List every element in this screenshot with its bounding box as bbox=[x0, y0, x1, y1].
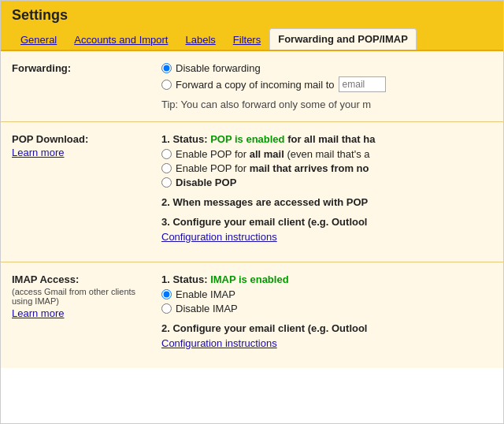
imap-title: IMAP Access: bbox=[12, 273, 79, 285]
imap-disable-radio[interactable] bbox=[161, 303, 172, 314]
pop-disable-row: Disable POP bbox=[161, 177, 492, 188]
pop-new-mail-radio[interactable] bbox=[161, 163, 172, 173]
settings-content: Forwarding: Disable forwarding Forward a… bbox=[1, 51, 503, 368]
forwarding-disable-row: Disable forwarding bbox=[161, 62, 492, 74]
imap-enable-label: Enable IMAP bbox=[176, 288, 235, 300]
settings-header: Settings General Accounts and Import Lab… bbox=[1, 1, 503, 51]
tab-forwarding[interactable]: Forwarding and POP/IMAP bbox=[269, 28, 417, 50]
tab-accounts[interactable]: Accounts and Import bbox=[65, 29, 176, 50]
imap-step2-title: 2. Configure your email client (e.g. Out… bbox=[161, 322, 492, 334]
pop-step1-title: 1. Status: POP is enabled for all mail t… bbox=[161, 133, 492, 145]
pop-learn-more-link[interactable]: Learn more bbox=[12, 147, 154, 158]
pop-disable-radio[interactable] bbox=[161, 177, 172, 188]
pop-option2-row: Enable POP for mail that arrives from no bbox=[161, 162, 492, 174]
pop-disable-label: Disable POP bbox=[176, 177, 236, 188]
tab-labels[interactable]: Labels bbox=[176, 29, 224, 50]
pop-content: 1. Status: POP is enabled for all mail t… bbox=[161, 133, 492, 251]
tab-general[interactable]: General bbox=[12, 29, 65, 50]
imap-enable-radio[interactable] bbox=[161, 289, 172, 299]
pop-title: POP Download: bbox=[12, 133, 88, 145]
pop-step2: 2. When messages are accessed with POP bbox=[161, 196, 492, 208]
forwarding-disable-radio[interactable] bbox=[161, 63, 172, 73]
forwarding-content: Disable forwarding Forward a copy of inc… bbox=[161, 62, 492, 110]
imap-label-area: IMAP Access: (access Gmail from other cl… bbox=[12, 273, 161, 357]
forwarding-email-input[interactable] bbox=[339, 76, 386, 92]
pop-config-link[interactable]: Configuration instructions bbox=[161, 231, 277, 243]
imap-sub-label: (access Gmail from other clients using I… bbox=[12, 287, 154, 306]
forwarding-disable-label: Disable forwarding bbox=[176, 62, 261, 74]
tab-filters[interactable]: Filters bbox=[224, 29, 269, 50]
forwarding-section: Forwarding: Disable forwarding Forward a… bbox=[1, 51, 503, 122]
imap-enable-row: Enable IMAP bbox=[161, 288, 492, 300]
pop-new-mail-label: Enable POP for mail that arrives from no bbox=[176, 162, 369, 174]
forwarding-tip: Tip: You can also forward only some of y… bbox=[161, 99, 492, 110]
page-title: Settings bbox=[12, 7, 492, 28]
imap-status: IMAP is enabled bbox=[210, 273, 288, 285]
pop-section: POP Download: Learn more 1. Status: POP … bbox=[1, 122, 503, 262]
forwarding-title: Forwarding: bbox=[12, 62, 71, 74]
imap-step1: 1. Status: IMAP is enabled Enable IMAP D… bbox=[161, 273, 492, 314]
nav-tabs: General Accounts and Import Labels Filte… bbox=[12, 28, 492, 50]
imap-config-link[interactable]: Configuration instructions bbox=[161, 337, 277, 349]
pop-label-area: POP Download: Learn more bbox=[12, 133, 161, 251]
imap-learn-more-link[interactable]: Learn more bbox=[12, 307, 154, 319]
settings-page: Settings General Accounts and Import Lab… bbox=[0, 0, 504, 424]
forwarding-enable-label: Forward a copy of incoming mail to bbox=[176, 79, 335, 91]
pop-step1: 1. Status: POP is enabled for all mail t… bbox=[161, 133, 492, 188]
imap-step2: 2. Configure your email client (e.g. Out… bbox=[161, 322, 492, 349]
pop-all-mail-radio[interactable] bbox=[161, 149, 172, 159]
imap-section: IMAP Access: (access Gmail from other cl… bbox=[1, 262, 503, 368]
pop-status: POP is enabled bbox=[210, 133, 284, 145]
imap-disable-label: Disable IMAP bbox=[176, 303, 238, 314]
pop-option1-row: Enable POP for all mail (even mail that'… bbox=[161, 148, 492, 160]
forwarding-enable-radio[interactable] bbox=[161, 80, 172, 90]
forwarding-enable-row: Forward a copy of incoming mail to bbox=[161, 76, 492, 92]
pop-all-mail-label: Enable POP for all mail (even mail that'… bbox=[176, 148, 370, 160]
pop-step3-title: 3. Configure your email client (e.g. Out… bbox=[161, 216, 492, 228]
imap-step1-title: 1. Status: IMAP is enabled bbox=[161, 273, 492, 285]
pop-step2-title: 2. When messages are accessed with POP bbox=[161, 196, 492, 208]
imap-disable-row: Disable IMAP bbox=[161, 303, 492, 314]
forwarding-label: Forwarding: bbox=[12, 62, 161, 110]
imap-content: 1. Status: IMAP is enabled Enable IMAP D… bbox=[161, 273, 492, 357]
pop-step3: 3. Configure your email client (e.g. Out… bbox=[161, 216, 492, 243]
